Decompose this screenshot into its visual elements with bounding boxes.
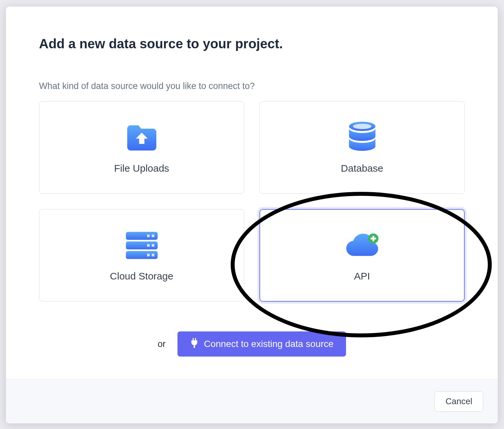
dialog-subtitle: What kind of data source would you like … — [39, 81, 465, 91]
connect-existing-label: Connect to existing data source — [204, 339, 333, 349]
or-label: or — [158, 339, 166, 349]
api-card[interactable]: API — [259, 209, 465, 302]
cloud-storage-label: Cloud Storage — [110, 271, 174, 282]
plug-icon — [190, 338, 199, 350]
upload-folder-icon — [125, 121, 158, 154]
svg-rect-8 — [152, 244, 154, 247]
alternate-action-row: or Connect to existing data source — [39, 331, 465, 357]
dialog-title: Add a new data source to your project. — [39, 36, 465, 51]
source-type-grid: File Uploads Database — [39, 101, 465, 302]
add-data-source-dialog: Add a new data source to your project. W… — [6, 7, 498, 423]
database-icon — [346, 121, 379, 154]
connect-existing-button[interactable]: Connect to existing data source — [177, 331, 346, 357]
database-card[interactable]: Database — [259, 101, 465, 194]
svg-rect-10 — [152, 254, 154, 256]
file-uploads-card[interactable]: File Uploads — [39, 101, 244, 194]
svg-rect-6 — [152, 235, 154, 237]
svg-point-1 — [353, 124, 371, 129]
dialog-footer: Cancel — [6, 379, 498, 423]
database-label: Database — [341, 163, 383, 174]
svg-rect-13 — [370, 237, 376, 239]
svg-rect-9 — [147, 254, 150, 256]
api-label: API — [354, 271, 370, 282]
server-stack-icon — [125, 229, 158, 262]
svg-rect-5 — [147, 235, 150, 237]
cloud-plus-icon — [346, 229, 379, 262]
cloud-storage-card[interactable]: Cloud Storage — [39, 209, 244, 302]
svg-rect-7 — [147, 244, 150, 247]
file-uploads-label: File Uploads — [114, 163, 169, 174]
dialog-body: Add a new data source to your project. W… — [6, 7, 498, 370]
cancel-button[interactable]: Cancel — [435, 391, 483, 412]
